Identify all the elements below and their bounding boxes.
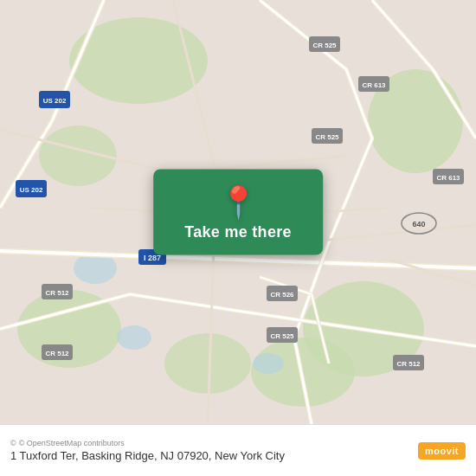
svg-text:CR 525: CR 525 — [315, 133, 339, 141]
svg-text:CR 613: CR 613 — [362, 81, 386, 89]
svg-text:CR 526: CR 526 — [270, 291, 294, 299]
svg-text:CR 512: CR 512 — [45, 289, 69, 297]
moovit-logo: moovit — [418, 442, 466, 460]
take-me-there-button[interactable]: 📍 Take me there — [153, 170, 323, 255]
svg-text:CR 512: CR 512 — [396, 360, 421, 368]
copyright-symbol: © — [10, 439, 16, 447]
svg-text:US 202: US 202 — [43, 97, 67, 105]
map-container: I 287 US 202 US 202 CR 525 CR 525 — [0, 0, 476, 424]
svg-text:CR 512: CR 512 — [45, 350, 69, 357]
svg-text:CR 613: CR 613 — [436, 174, 460, 182]
svg-text:I 287: I 287 — [144, 254, 161, 262]
svg-point-9 — [117, 325, 151, 350]
footer-left: © © OpenStreetMap contributors 1 Tuxford… — [10, 439, 285, 462]
svg-text:US 202: US 202 — [20, 186, 43, 194]
moovit-logo-text: moovit — [418, 442, 466, 460]
osm-attribution: © © OpenStreetMap contributors — [10, 439, 285, 447]
svg-text:CR 525: CR 525 — [270, 332, 294, 340]
location-pin-icon: 📍 — [219, 187, 258, 218]
svg-text:640: 640 — [412, 220, 425, 228]
svg-point-7 — [164, 333, 251, 394]
address-text: 1 Tuxford Ter, Basking Ridge, NJ 07920, … — [10, 449, 285, 462]
footer: © © OpenStreetMap contributors 1 Tuxford… — [0, 424, 476, 476]
svg-point-10 — [253, 353, 284, 374]
osm-text: © OpenStreetMap contributors — [19, 439, 125, 447]
cta-button-label: Take me there — [184, 223, 292, 241]
svg-text:CR 525: CR 525 — [312, 42, 337, 49]
